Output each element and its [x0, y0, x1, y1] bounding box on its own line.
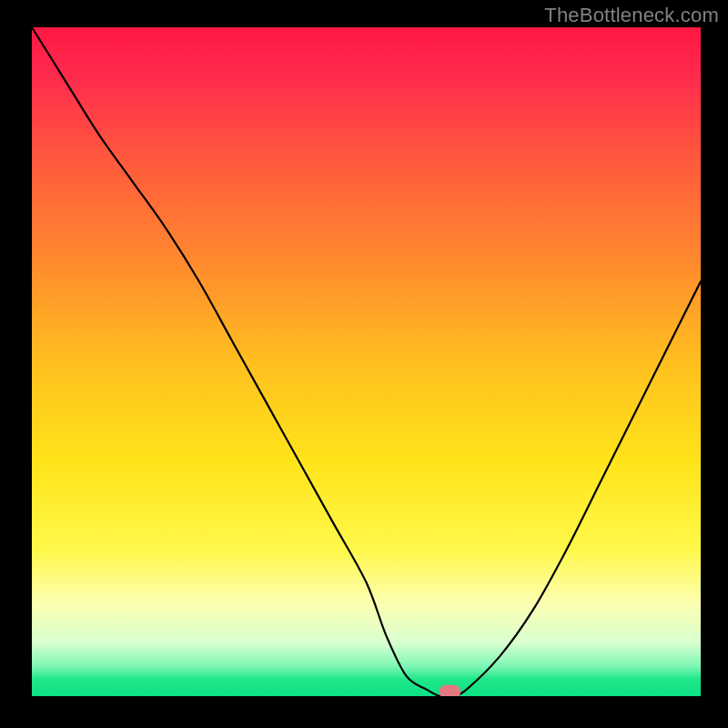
plot-svg: [32, 27, 701, 696]
plot-area: [32, 27, 701, 696]
watermark-text: TheBottleneck.com: [544, 4, 719, 27]
chart-frame: TheBottleneck.com: [0, 0, 728, 728]
bottleneck-marker: [439, 685, 460, 696]
gradient-background: [32, 27, 701, 696]
